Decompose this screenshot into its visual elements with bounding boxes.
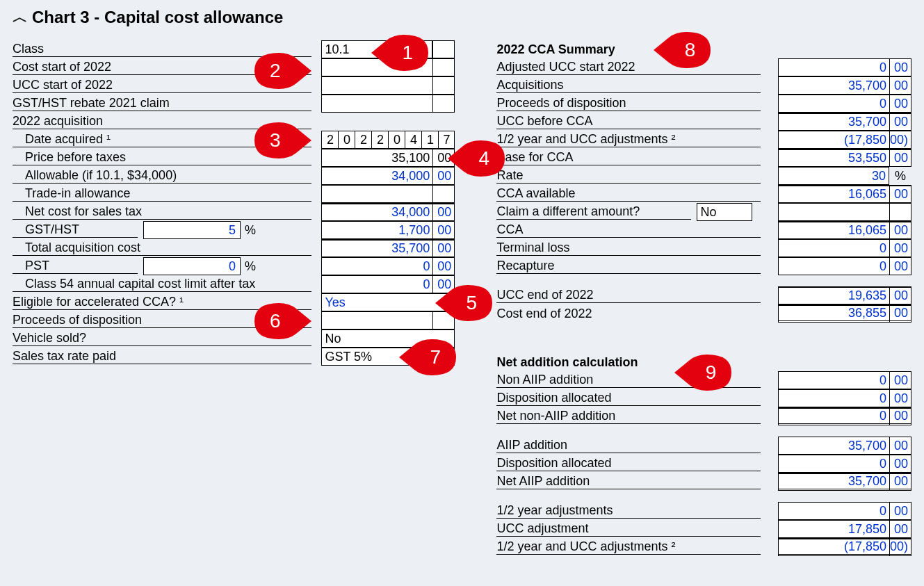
row-proceeds-r: Proceeds of disposition 0 00 [496, 95, 911, 113]
cents-proceeds-r: 00 [889, 95, 911, 113]
row-eligible: Eligible for accelerated CCA? ¹ Yes [13, 293, 455, 311]
value-claim-diff[interactable]: No [697, 203, 752, 221]
row-acq-header: 2022 acquisition [13, 113, 455, 131]
value-cca: 16,065 [778, 221, 889, 239]
value-sold[interactable]: No [321, 329, 455, 348]
date-d4: 0 [388, 131, 405, 149]
row-gst-rebate: GST/HST rebate 2021 claim [13, 95, 455, 113]
pct-gsthst[interactable]: 5 [143, 221, 241, 239]
value-net-aiip: 35,700 [778, 473, 889, 491]
cents-tradein[interactable] [432, 185, 455, 203]
label-class: Class [13, 42, 311, 57]
value-cost-start[interactable] [321, 58, 432, 76]
row-acquisitions: Acquisitions 35,700 00 [496, 76, 911, 95]
value-terminal: 0 [778, 239, 889, 257]
pct-pst[interactable]: 0 [143, 257, 241, 275]
row-claim-diff: Claim a different amount? No [496, 203, 911, 221]
value-acquisitions: 35,700 [778, 76, 889, 95]
cents-proceeds-left[interactable] [432, 311, 455, 329]
label-disp-alloc1: Disposition allocated [496, 391, 761, 406]
section-header: ︿ Chart 3 - Capital cost allowance [13, 7, 911, 28]
date-d0: 2 [321, 131, 338, 149]
cents-claim-amt[interactable] [889, 203, 911, 221]
value-gst-rebate[interactable] [321, 95, 432, 113]
cents-recapture: 00 [889, 257, 911, 275]
row-sold: Vehicle sold? No [13, 329, 455, 348]
row-non-aiip: Non AIIP addition 0 00 [496, 371, 911, 389]
row-net-title: Net addition calculation [496, 353, 911, 371]
value-recapture: 0 [778, 257, 889, 275]
row-tradein: Trade-in allowance [13, 185, 455, 203]
label-adj-ucc: Adjusted UCC start 2022 [496, 60, 761, 75]
collapse-icon[interactable]: ︿ [13, 7, 28, 28]
cents-disp-alloc2: 00 [889, 455, 911, 473]
value-half-ucc-adj: (17,850 [778, 538, 889, 556]
cents-price[interactable]: 00 [432, 149, 455, 167]
date-acquired-input[interactable]: 2 0 2 2 0 4 1 7 [321, 131, 455, 149]
date-d3: 2 [371, 131, 388, 149]
row-rate: Rate 30 % [496, 167, 911, 185]
row-net-aiip: Net AIIP addition 35,700 00 [496, 473, 911, 491]
row-base: Base for CCA 53,550 00 [496, 149, 911, 167]
value-proceeds-left[interactable] [321, 311, 432, 329]
row-ucc-adj: UCC adjustment 17,850 00 [496, 520, 911, 538]
row-date-acquired: Date acquired ¹ 2 0 2 2 0 4 1 7 [13, 131, 455, 149]
row-class54: Class 54 annual capital cost limit after… [13, 275, 455, 293]
label-netcost: Net cost for sales tax [13, 204, 311, 220]
row-summary-title: 2022 CCA Summary [496, 40, 911, 58]
value-proceeds-r: 0 [778, 95, 889, 113]
row-class: Class 10.1 [13, 40, 455, 58]
label-aiip: AIIP addition [496, 438, 761, 453]
row-gsthst: GST/HST 5 % 1,700 00 [13, 221, 455, 239]
label-ucc-start: UCC start of 2022 [13, 78, 311, 93]
label-base: Base for CCA [496, 150, 761, 165]
label-gst-rebate: GST/HST rebate 2021 claim [13, 96, 311, 111]
label-cca-avail: CCA available [496, 186, 761, 202]
value-taxrate[interactable]: GST 5% [321, 348, 455, 366]
value-disp-alloc2: 0 [778, 455, 889, 473]
value-claim-amt[interactable] [778, 203, 889, 221]
cents-netcost: 00 [432, 203, 455, 221]
value-ucc-end: 19,635 [778, 286, 889, 304]
value-cost-end: 36,855 [778, 304, 889, 323]
row-ucc-end: UCC end of 2022 19,635 00 [496, 286, 911, 304]
cents-ucc-start[interactable] [432, 76, 455, 95]
value-disp-alloc1: 0 [778, 389, 889, 407]
label-claim-diff: Claim a different amount? [496, 204, 691, 220]
date-d2: 2 [355, 131, 371, 149]
cents-cost-start[interactable] [432, 58, 455, 76]
value-pst: 0 [321, 257, 432, 275]
row-cost-end: Cost end of 2022 36,855 00 [496, 304, 911, 323]
label-ucc-end: UCC end of 2022 [496, 288, 761, 303]
cents-ucc-end: 00 [889, 286, 911, 304]
value-cca-avail: 16,065 [778, 185, 889, 203]
summary-title: 2022 CCA Summary [496, 42, 615, 57]
value-ucc-start[interactable] [321, 76, 432, 95]
cents-cca: 00 [889, 221, 911, 239]
value-tradein[interactable] [321, 185, 432, 203]
row-aiip: AIIP addition 35,700 00 [496, 437, 911, 455]
cents-totalacq: 00 [432, 239, 455, 257]
label-gsthst: GST/HST [13, 222, 138, 238]
right-column: 2022 CCA Summary Adjusted UCC start 2022… [496, 40, 911, 556]
cents-disp-alloc1: 00 [889, 389, 911, 407]
label-ucc-adj: UCC adjustment [496, 521, 761, 537]
cents-net-non-aiip: 00 [889, 407, 911, 425]
cents-gst-rebate[interactable] [432, 95, 455, 113]
cents-net-aiip: 00 [889, 473, 911, 491]
label-acq-header: 2022 acquisition [13, 114, 311, 129]
value-eligible[interactable]: Yes [321, 293, 455, 311]
cents-half-year: 00) [889, 131, 911, 149]
value-price[interactable]: 35,100 [321, 149, 432, 167]
value-ucc-before: 35,700 [778, 113, 889, 131]
row-price: Price before taxes 35,100 00 [13, 149, 455, 167]
row-ucc-start: UCC start of 2022 [13, 76, 455, 95]
value-adj-ucc: 0 [778, 58, 889, 76]
label-eligible: Eligible for accelerated CCA? ¹ [13, 295, 311, 310]
label-ucc-before: UCC before CCA [496, 114, 761, 129]
row-recapture: Recapture 0 00 [496, 257, 911, 275]
label-recapture: Recapture [496, 259, 761, 274]
value-net-non-aiip: 0 [778, 407, 889, 425]
pct-symbol: % [245, 223, 256, 238]
value-class[interactable]: 10.1 [321, 40, 432, 58]
